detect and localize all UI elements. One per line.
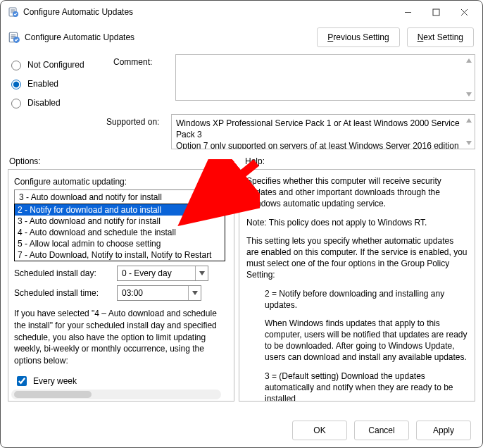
configure-updating-value: 3 - Auto download and notify for install (15, 190, 209, 204)
radio-disabled[interactable]: Disabled (8, 97, 106, 108)
help-text: Note: This policy does not apply to Wind… (246, 217, 468, 228)
every-week-input[interactable] (17, 376, 27, 386)
radio-disabled-input[interactable] (11, 99, 21, 108)
dropdown-option[interactable]: 4 - Auto download and schedule the insta… (15, 227, 225, 238)
radio-enabled-label: Enabled (27, 79, 58, 89)
scroll-up-icon[interactable] (463, 115, 475, 126)
radio-not-configured[interactable]: Not Configured (8, 58, 106, 70)
install-day-label: Scheduled install day: (14, 268, 111, 278)
scroll-down-icon[interactable] (463, 137, 475, 149)
help-text: When Windows finds updates that apply to… (246, 318, 468, 363)
header-row: Configure Automatic Updates Previous Set… (1, 23, 482, 54)
apply-button[interactable]: Apply (416, 421, 471, 440)
options-section-label: Options: (9, 156, 245, 166)
dropdown-option[interactable]: 2 - Notify for download and auto install (15, 204, 225, 216)
comment-textarea[interactable] (175, 54, 475, 101)
maximize-button[interactable] (422, 2, 450, 22)
minimize-button[interactable] (394, 2, 422, 22)
policy-title: Configure Automatic Updates (25, 32, 134, 42)
chevron-down-icon[interactable] (188, 286, 201, 300)
every-week-label: Every week (33, 376, 77, 386)
title-bar: Configure Automatic Updates (1, 1, 482, 23)
dialog-footer: OK Cancel Apply (1, 413, 482, 447)
options-panel: Configure automatic updating: 3 - Auto d… (8, 169, 234, 402)
scrollbar-thumb[interactable] (14, 391, 92, 398)
dropdown-option[interactable]: 5 - Allow local admin to choose setting (15, 238, 225, 249)
previous-setting-button[interactable]: Previous Setting (317, 27, 399, 47)
radio-enabled[interactable]: Enabled (8, 77, 106, 89)
install-day-select[interactable]: 0 - Every day (117, 266, 208, 281)
configure-updating-select[interactable]: 3 - Auto download and notify for install (14, 189, 222, 205)
chevron-down-icon[interactable] (195, 266, 208, 280)
supported-on-label: Supported on: (106, 114, 167, 127)
install-time-value: 03:00 (118, 286, 188, 300)
ok-button[interactable]: OK (292, 421, 347, 440)
help-panel: Specifies whether this computer will rec… (239, 169, 475, 402)
supported-on-text: Windows XP Professional Service Pack 1 o… (171, 114, 475, 149)
install-day-value: 0 - Every day (118, 266, 195, 280)
radio-not-configured-input[interactable] (11, 61, 21, 70)
radio-not-configured-label: Not Configured (27, 60, 84, 70)
horizontal-scrollbar[interactable] (11, 390, 221, 399)
supported-on-value: Windows XP Professional Service Pack 1 o… (176, 118, 462, 149)
help-text: 2 = Notify before downloading and instal… (246, 288, 468, 311)
configure-updating-dropdown[interactable]: 2 - Notify for download and auto install… (14, 204, 225, 261)
radio-enabled-input[interactable] (11, 80, 21, 89)
install-time-select[interactable]: 03:00 (117, 285, 201, 301)
policy-icon (8, 6, 19, 18)
install-time-label: Scheduled install time: (14, 288, 111, 298)
radio-disabled-label: Disabled (27, 98, 61, 108)
policy-title-area: Configure Automatic Updates (8, 31, 317, 44)
cancel-button[interactable]: Cancel (354, 421, 409, 440)
help-text: 3 = (Default setting) Download the updat… (246, 371, 468, 401)
window-title: Configure Automatic Updates (23, 7, 394, 17)
help-text: Specifies whether this computer will rec… (246, 175, 468, 210)
svg-rect-2 (433, 9, 439, 15)
help-text: This setting lets you specify whether au… (246, 235, 468, 281)
chevron-down-icon[interactable] (209, 190, 222, 204)
dropdown-option[interactable]: 3 - Auto download and notify for install (15, 216, 225, 227)
policy-icon (8, 31, 20, 44)
close-button[interactable] (450, 2, 478, 22)
help-section-label: Help: (245, 156, 474, 166)
configure-updating-label: Configure automatic updating: (14, 177, 228, 187)
next-setting-button[interactable]: Next Setting (407, 27, 474, 47)
scroll-down-icon[interactable] (463, 89, 475, 100)
dropdown-option[interactable]: 7 - Auto Download, Notify to install, No… (15, 249, 225, 261)
every-week-checkbox[interactable]: Every week (14, 374, 228, 388)
state-radios: Not Configured Enabled Disabled (8, 54, 106, 108)
scroll-up-icon[interactable] (463, 55, 475, 66)
options-paragraph: If you have selected "4 – Auto download … (14, 308, 228, 367)
comment-label: Comment: (113, 54, 168, 108)
